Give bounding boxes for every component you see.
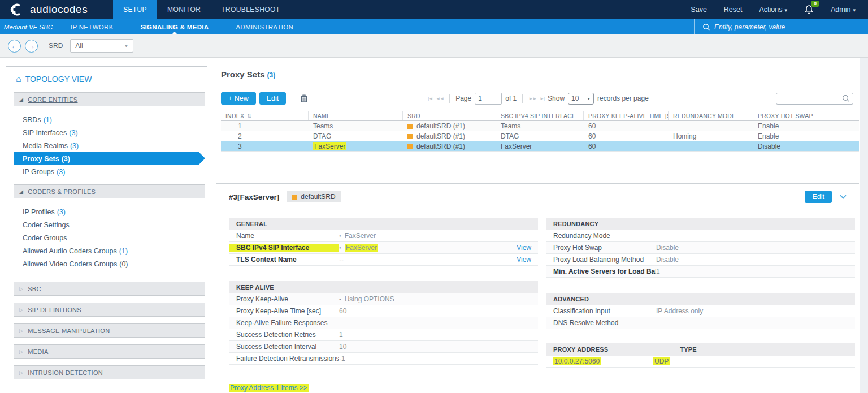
field-label: Success Detection Interval (229, 343, 339, 351)
cell-interface: FaxServer (496, 142, 584, 150)
proxy-address-table-header: PROXY ADDRESS TYPE (546, 343, 855, 356)
section-intrusion-detection[interactable]: ▷ INTRUSION DETECTION (14, 365, 205, 379)
section-sip-definitions[interactable]: ▷ SIP DEFINITIONS (14, 303, 205, 317)
table-row[interactable]: 1 Teams defaultSRD (#1) Teams 60 Enable (221, 121, 859, 131)
section-media[interactable]: ▷ MEDIA (14, 344, 205, 359)
section-coders-profiles[interactable]: ◢ CODERS & PROFILES (14, 184, 205, 198)
save-button[interactable]: Save (691, 6, 707, 14)
col-redundancy-mode[interactable]: REDUNDANCY MODE (669, 111, 753, 120)
tab-signaling-media[interactable]: SIGNALING & MEDIA (127, 19, 223, 34)
col-index[interactable]: INDEX⇅ (221, 111, 309, 120)
field-label: Proxy Keep-Alive Time [sec] (229, 307, 339, 315)
field-value: Disable (656, 244, 679, 252)
records-per-page-label: records per page (597, 94, 649, 102)
view-link[interactable]: View (517, 244, 538, 252)
col-name[interactable]: NAME (309, 111, 403, 120)
triangle-collapsed-icon: ▷ (19, 349, 23, 355)
table-row-selected[interactable]: 3 FaxServer defaultSRD (#1) FaxServer 60… (221, 141, 859, 152)
field-value: 1 (339, 331, 343, 339)
detail-row: Proxy Hot Swap Disable (546, 242, 855, 254)
page-size-select[interactable]: 10 ▼ (568, 93, 594, 105)
sidebar-item-sip-interfaces[interactable]: SIP Interfaces(3) (6, 126, 207, 139)
forward-button[interactable]: → (25, 40, 38, 53)
section-core-entities[interactable]: ◢ CORE ENTITIES (14, 92, 205, 106)
table-toolbar: + New Edit |◄ ◄◄ (221, 92, 859, 105)
detail-edit-button[interactable]: Edit (805, 191, 832, 203)
cell-srd: defaultSRD (#1) (403, 132, 496, 140)
col-sbc-ipv4-sip-interface[interactable]: SBC IPV4 SIP INTERFACE (496, 111, 584, 120)
bullet-icon: ● (339, 297, 341, 301)
trash-icon (300, 94, 308, 103)
detail-row: DNS Resolve Method (546, 317, 855, 329)
item-label: Coder Groups (23, 234, 67, 242)
advanced-section-header: ADVANCED (546, 293, 855, 305)
field-value: IP Address only (656, 307, 703, 315)
field-label: Redundancy Mode (546, 232, 656, 240)
triangle-collapsed-icon: ▷ (19, 307, 23, 313)
next-page-icon[interactable]: ►► (528, 96, 536, 101)
topology-view-link[interactable]: ⌂ TOPOLOGY VIEW (6, 67, 207, 90)
app-root: audiocodes SETUP MONITOR TROUBLESHOOT Sa… (0, 0, 868, 393)
home-icon: ⌂ (16, 74, 21, 84)
sidebar-item-coder-groups[interactable]: Coder Groups (6, 231, 207, 244)
page-size-value: 10 (571, 94, 579, 102)
sidebar-item-proxy-sets[interactable]: Proxy Sets(3) (14, 152, 199, 165)
global-search-input[interactable] (714, 23, 856, 31)
col-srd[interactable]: SRD (403, 111, 496, 120)
cell-hot-swap: Enable (753, 132, 859, 140)
sidebar-item-allowed-video-coders-groups[interactable]: Allowed Video Coders Groups(0) (6, 257, 207, 270)
sidebar-item-coder-settings[interactable]: Coder Settings (6, 218, 207, 231)
field-label: Classification Input (546, 307, 656, 315)
detail-row: Success Detection Interval 10 (229, 341, 538, 353)
new-button[interactable]: + New (221, 92, 256, 105)
menu-troubleshoot[interactable]: TROUBLESHOOT (211, 0, 290, 19)
col-proxy-keepalive-time[interactable]: PROXY KEEP-ALIVE TIME [SEC] (584, 111, 669, 120)
delete-button[interactable] (300, 94, 308, 103)
field-value: 1 (656, 267, 660, 275)
menu-setup[interactable]: SETUP (113, 0, 157, 19)
pagination: |◄ ◄◄ Page of 1 ►► ►| Show 10 ▼ records … (428, 93, 649, 105)
detail-row: Classification Input IP Address only (546, 305, 855, 317)
col-proxy-hot-swap[interactable]: PROXY HOT SWAP (753, 111, 859, 120)
edit-button[interactable]: Edit (259, 92, 287, 105)
reset-button[interactable]: Reset (724, 6, 743, 14)
detail-row: Min. Active Servers for Load Bala... 1 (546, 266, 855, 278)
sidebar-item-ip-groups[interactable]: IP Groups(3) (6, 165, 207, 178)
field-label: Failure Detection Retransmissions (229, 355, 339, 362)
navbar: Mediant VE SBC IP NETWORK SIGNALING & ME… (0, 19, 868, 34)
page-number-input[interactable] (475, 93, 502, 105)
redundancy-section-header: REDUNDANCY (546, 218, 855, 230)
notifications-bell[interactable]: 0 (804, 5, 814, 15)
proxy-address-items-link[interactable]: Proxy Address 1 items >> (229, 384, 309, 392)
field-value: -1 (339, 355, 345, 362)
field-value: -- (339, 256, 344, 264)
device-name[interactable]: Mediant VE SBC (0, 19, 57, 34)
first-page-icon[interactable]: |◄ (428, 96, 432, 101)
chevron-down-icon: ▼ (587, 97, 591, 101)
cell-hot-swap: Enable (753, 122, 859, 130)
content-panel: Proxy Sets(3) + New Edit (216, 58, 868, 393)
last-page-icon[interactable]: ►| (540, 96, 544, 101)
proxy-address-row[interactable]: 10.0.0.27:5060 UDP (546, 356, 855, 368)
collapse-chevron-icon[interactable] (840, 192, 846, 198)
detail-row: Failure Detection Retransmissions -1 (229, 353, 538, 365)
back-button[interactable]: ← (8, 40, 21, 53)
tab-ip-network[interactable]: IP NETWORK (57, 19, 127, 34)
proxy-address-value: 10.0.0.27:5060 (553, 357, 601, 365)
srd-select[interactable]: All ▼ (70, 39, 133, 53)
table-search-input[interactable] (776, 94, 841, 102)
sidebar-item-allowed-audio-coders-groups[interactable]: Allowed Audio Coders Groups(1) (6, 244, 207, 257)
prev-page-icon[interactable]: ◄◄ (436, 96, 444, 101)
actions-menu[interactable]: Actions▾ (760, 6, 788, 14)
section-message-manipulation[interactable]: ▷ MESSAGE MANIPULATION (14, 323, 205, 338)
sidebar-item-srds[interactable]: SRDs(1) (6, 113, 207, 126)
tab-administration[interactable]: ADMINISTRATION (222, 19, 307, 34)
sidebar-item-media-realms[interactable]: Media Realms(3) (6, 139, 207, 152)
sidebar-item-ip-profiles[interactable]: IP Profiles(3) (6, 205, 207, 218)
topbar-right: Save Reset Actions▾ 0 Admin▾ (691, 0, 868, 19)
section-sbc[interactable]: ▷ SBC (14, 282, 205, 296)
table-row[interactable]: 2 DTAG defaultSRD (#1) DTAG 60 Homing En… (221, 131, 859, 141)
view-link[interactable]: View (517, 256, 538, 264)
admin-menu[interactable]: Admin▾ (831, 6, 856, 14)
menu-monitor[interactable]: MONITOR (157, 0, 211, 19)
